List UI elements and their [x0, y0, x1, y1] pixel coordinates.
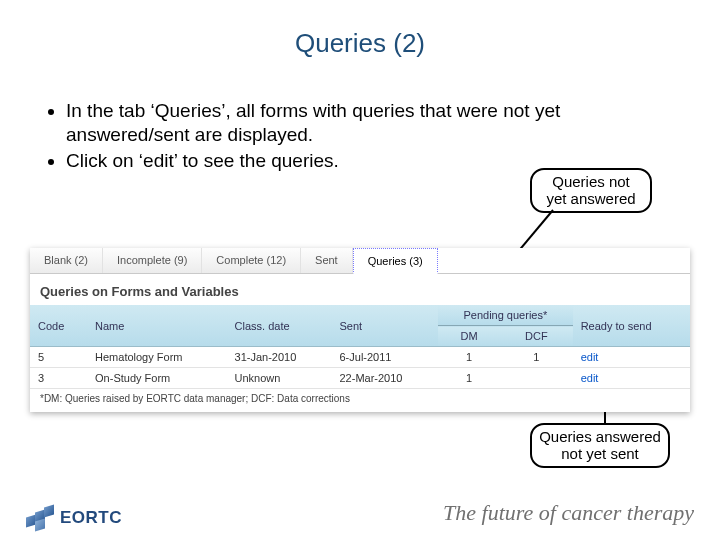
tab-complete[interactable]: Complete (12) [202, 248, 301, 273]
cell-code: 3 [30, 368, 87, 389]
cell-dm: 1 [438, 347, 500, 368]
footer-logo: EORTC [26, 506, 122, 530]
tagline: The future of cancer therapy [443, 500, 694, 526]
callout-text: not yet sent [538, 446, 662, 463]
screenshot-panel: Blank (2) Incomplete (9) Complete (12) S… [30, 248, 690, 412]
col-code: Code [30, 305, 87, 347]
callout-queries-not-sent: Queries answered not yet sent [530, 423, 670, 468]
queries-table: Code Name Class. date Sent Pending queri… [30, 305, 690, 389]
cell-name: Hematology Form [87, 347, 227, 368]
col-dm: DM [438, 326, 500, 347]
cell-code: 5 [30, 347, 87, 368]
table-row: 3 On-Study Form Unknown 22-Mar-2010 1 ed… [30, 368, 690, 389]
col-ready: Ready to send [573, 305, 690, 347]
cell-sent: 22-Mar-2010 [331, 368, 438, 389]
tab-incomplete[interactable]: Incomplete (9) [103, 248, 202, 273]
col-classdate: Class. date [227, 305, 332, 347]
edit-link[interactable]: edit [573, 347, 690, 368]
cell-classdate: 31-Jan-2010 [227, 347, 332, 368]
slide-title: Queries (2) [0, 28, 720, 59]
brand-text: EORTC [60, 508, 122, 528]
tab-blank[interactable]: Blank (2) [30, 248, 103, 273]
section-heading: Queries on Forms and Variables [30, 274, 690, 305]
col-sent: Sent [331, 305, 438, 347]
callout-text: Queries not [538, 174, 644, 191]
callout-text: Queries answered [538, 429, 662, 446]
bullet-item: In the tab ‘Queries’, all forms with que… [66, 99, 676, 147]
callout-text: yet answered [538, 191, 644, 208]
tab-sent[interactable]: Sent [301, 248, 353, 273]
tab-queries[interactable]: Queries (3) [353, 248, 438, 274]
cell-dcf [500, 368, 572, 389]
col-dcf: DCF [500, 326, 572, 347]
table-footnote: *DM: Queries raised by EORTC data manage… [30, 389, 690, 412]
table-row: 5 Hematology Form 31-Jan-2010 6-Jul-2011… [30, 347, 690, 368]
bullet-list: In the tab ‘Queries’, all forms with que… [44, 99, 676, 172]
cell-sent: 6-Jul-2011 [331, 347, 438, 368]
tab-bar: Blank (2) Incomplete (9) Complete (12) S… [30, 248, 690, 274]
edit-link[interactable]: edit [573, 368, 690, 389]
logo-icon [26, 506, 54, 530]
col-name: Name [87, 305, 227, 347]
col-pending: Pending queries* [438, 305, 573, 326]
callout-queries-not-answered: Queries not yet answered [530, 168, 652, 213]
cell-dm: 1 [438, 368, 500, 389]
cell-classdate: Unknown [227, 368, 332, 389]
cell-name: On-Study Form [87, 368, 227, 389]
cell-dcf: 1 [500, 347, 572, 368]
